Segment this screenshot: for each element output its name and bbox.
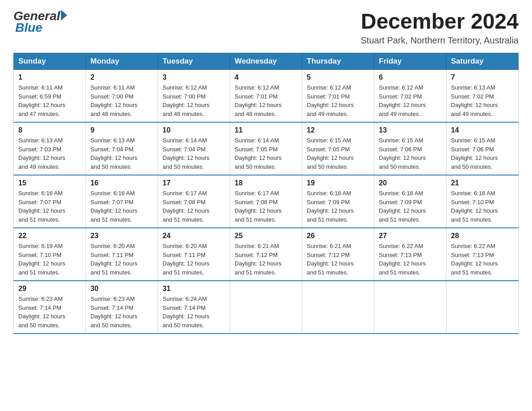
calendar-cell: 15 Sunrise: 6:16 AMSunset: 7:07 PMDaylig… [14, 175, 86, 228]
day-number: 28 [451, 232, 514, 240]
day-info: Sunrise: 6:12 AMSunset: 7:02 PMDaylight:… [379, 83, 442, 118]
calendar-cell: 7 Sunrise: 6:13 AMSunset: 7:02 PMDayligh… [446, 70, 519, 123]
col-thursday: Thursday [302, 53, 374, 70]
calendar-cell: 16 Sunrise: 6:16 AMSunset: 7:07 PMDaylig… [86, 175, 158, 228]
logo-arrow-icon [61, 10, 67, 21]
day-number: 8 [18, 126, 81, 134]
calendar-cell: 14 Sunrise: 6:15 AMSunset: 7:06 PMDaylig… [446, 122, 519, 175]
day-number: 1 [18, 73, 81, 81]
day-info: Sunrise: 6:15 AMSunset: 7:06 PMDaylight:… [451, 136, 514, 171]
day-info: Sunrise: 6:15 AMSunset: 7:06 PMDaylight:… [379, 136, 442, 171]
day-number: 10 [163, 126, 225, 134]
day-info: Sunrise: 6:22 AMSunset: 7:13 PMDaylight:… [451, 242, 514, 277]
day-info: Sunrise: 6:13 AMSunset: 7:03 PMDaylight:… [18, 136, 81, 171]
day-info: Sunrise: 6:15 AMSunset: 7:05 PMDaylight:… [307, 136, 369, 171]
calendar-week-row: 22 Sunrise: 6:19 AMSunset: 7:10 PMDaylig… [14, 228, 519, 281]
calendar-cell: 3 Sunrise: 6:12 AMSunset: 7:00 PMDayligh… [158, 70, 230, 123]
col-friday: Friday [374, 53, 446, 70]
day-info: Sunrise: 6:12 AMSunset: 7:01 PMDaylight:… [307, 83, 369, 118]
day-number: 4 [235, 73, 297, 81]
day-info: Sunrise: 6:12 AMSunset: 7:00 PMDaylight:… [163, 83, 225, 118]
calendar-cell: 6 Sunrise: 6:12 AMSunset: 7:02 PMDayligh… [374, 70, 446, 123]
calendar-week-row: 15 Sunrise: 6:16 AMSunset: 7:07 PMDaylig… [14, 175, 519, 228]
day-info: Sunrise: 6:19 AMSunset: 7:10 PMDaylight:… [18, 242, 81, 277]
day-info: Sunrise: 6:11 AMSunset: 7:00 PMDaylight:… [90, 83, 153, 118]
day-number: 24 [163, 232, 225, 240]
day-number: 15 [18, 179, 81, 187]
day-info: Sunrise: 6:12 AMSunset: 7:01 PMDaylight:… [235, 83, 297, 118]
calendar-cell: 25 Sunrise: 6:21 AMSunset: 7:12 PMDaylig… [230, 228, 302, 281]
day-info: Sunrise: 6:17 AMSunset: 7:08 PMDaylight:… [163, 189, 225, 224]
day-number: 20 [379, 179, 442, 187]
day-number: 5 [307, 73, 369, 81]
logo-blue-text: Blue [15, 21, 43, 34]
day-info: Sunrise: 6:23 AMSunset: 7:14 PMDaylight:… [90, 295, 153, 330]
day-number: 19 [307, 179, 369, 187]
day-number: 9 [90, 126, 153, 134]
day-info: Sunrise: 6:14 AMSunset: 7:04 PMDaylight:… [163, 136, 225, 171]
col-sunday: Sunday [14, 53, 86, 70]
day-info: Sunrise: 6:21 AMSunset: 7:12 PMDaylight:… [307, 242, 369, 277]
col-monday: Monday [86, 53, 158, 70]
calendar-subtitle: Stuart Park, Northern Territory, Austral… [360, 35, 519, 46]
day-number: 11 [235, 126, 297, 134]
day-info: Sunrise: 6:22 AMSunset: 7:13 PMDaylight:… [379, 242, 442, 277]
calendar-cell: 13 Sunrise: 6:15 AMSunset: 7:06 PMDaylig… [374, 122, 446, 175]
day-number: 17 [163, 179, 225, 187]
logo: General Blue [13, 9, 67, 35]
day-info: Sunrise: 6:18 AMSunset: 7:09 PMDaylight:… [379, 189, 442, 224]
calendar-cell [374, 281, 446, 334]
col-wednesday: Wednesday [230, 53, 302, 70]
calendar-cell: 12 Sunrise: 6:15 AMSunset: 7:05 PMDaylig… [302, 122, 374, 175]
page-header: General Blue December 2024 Stuart Park, … [13, 9, 519, 46]
day-info: Sunrise: 6:24 AMSunset: 7:14 PMDaylight:… [163, 295, 225, 330]
day-number: 3 [163, 73, 225, 81]
day-info: Sunrise: 6:11 AMSunset: 6:59 PMDaylight:… [18, 83, 81, 118]
day-number: 21 [451, 179, 514, 187]
day-number: 12 [307, 126, 369, 134]
calendar-cell [302, 281, 374, 334]
calendar-cell: 2 Sunrise: 6:11 AMSunset: 7:00 PMDayligh… [86, 70, 158, 123]
calendar-cell: 31 Sunrise: 6:24 AMSunset: 7:14 PMDaylig… [158, 281, 230, 334]
day-info: Sunrise: 6:20 AMSunset: 7:11 PMDaylight:… [90, 242, 153, 277]
day-number: 2 [90, 73, 153, 81]
day-info: Sunrise: 6:23 AMSunset: 7:14 PMDaylight:… [18, 295, 81, 330]
calendar-cell: 27 Sunrise: 6:22 AMSunset: 7:13 PMDaylig… [374, 228, 446, 281]
day-info: Sunrise: 6:20 AMSunset: 7:11 PMDaylight:… [163, 242, 225, 277]
calendar-cell [446, 281, 519, 334]
calendar-cell: 21 Sunrise: 6:18 AMSunset: 7:10 PMDaylig… [446, 175, 519, 228]
calendar-cell: 19 Sunrise: 6:18 AMSunset: 7:09 PMDaylig… [302, 175, 374, 228]
day-number: 6 [379, 73, 442, 81]
day-number: 7 [451, 73, 514, 81]
day-number: 25 [235, 232, 297, 240]
day-number: 14 [451, 126, 514, 134]
day-number: 16 [90, 179, 153, 187]
day-number: 29 [18, 285, 81, 293]
calendar-title: December 2024 [360, 9, 519, 34]
day-number: 27 [379, 232, 442, 240]
calendar-cell: 8 Sunrise: 6:13 AMSunset: 7:03 PMDayligh… [14, 122, 86, 175]
day-info: Sunrise: 6:18 AMSunset: 7:10 PMDaylight:… [451, 189, 514, 224]
calendar-cell: 10 Sunrise: 6:14 AMSunset: 7:04 PMDaylig… [158, 122, 230, 175]
calendar-header-row: Sunday Monday Tuesday Wednesday Thursday… [14, 53, 519, 70]
day-number: 31 [163, 285, 225, 293]
day-info: Sunrise: 6:16 AMSunset: 7:07 PMDaylight:… [90, 189, 153, 224]
day-number: 23 [90, 232, 153, 240]
calendar-cell: 24 Sunrise: 6:20 AMSunset: 7:11 PMDaylig… [158, 228, 230, 281]
calendar-cell: 20 Sunrise: 6:18 AMSunset: 7:09 PMDaylig… [374, 175, 446, 228]
day-info: Sunrise: 6:13 AMSunset: 7:02 PMDaylight:… [451, 83, 514, 118]
day-info: Sunrise: 6:18 AMSunset: 7:09 PMDaylight:… [307, 189, 369, 224]
calendar-week-row: 8 Sunrise: 6:13 AMSunset: 7:03 PMDayligh… [14, 122, 519, 175]
calendar-cell [230, 281, 302, 334]
calendar-cell: 5 Sunrise: 6:12 AMSunset: 7:01 PMDayligh… [302, 70, 374, 123]
day-info: Sunrise: 6:17 AMSunset: 7:08 PMDaylight:… [235, 189, 297, 224]
calendar-cell: 30 Sunrise: 6:23 AMSunset: 7:14 PMDaylig… [86, 281, 158, 334]
calendar-cell: 1 Sunrise: 6:11 AMSunset: 6:59 PMDayligh… [14, 70, 86, 123]
day-info: Sunrise: 6:13 AMSunset: 7:04 PMDaylight:… [90, 136, 153, 171]
day-info: Sunrise: 6:14 AMSunset: 7:05 PMDaylight:… [235, 136, 297, 171]
calendar-table: Sunday Monday Tuesday Wednesday Thursday… [13, 53, 519, 334]
calendar-cell: 4 Sunrise: 6:12 AMSunset: 7:01 PMDayligh… [230, 70, 302, 123]
day-info: Sunrise: 6:16 AMSunset: 7:07 PMDaylight:… [18, 189, 81, 224]
calendar-cell: 11 Sunrise: 6:14 AMSunset: 7:05 PMDaylig… [230, 122, 302, 175]
day-number: 30 [90, 285, 153, 293]
